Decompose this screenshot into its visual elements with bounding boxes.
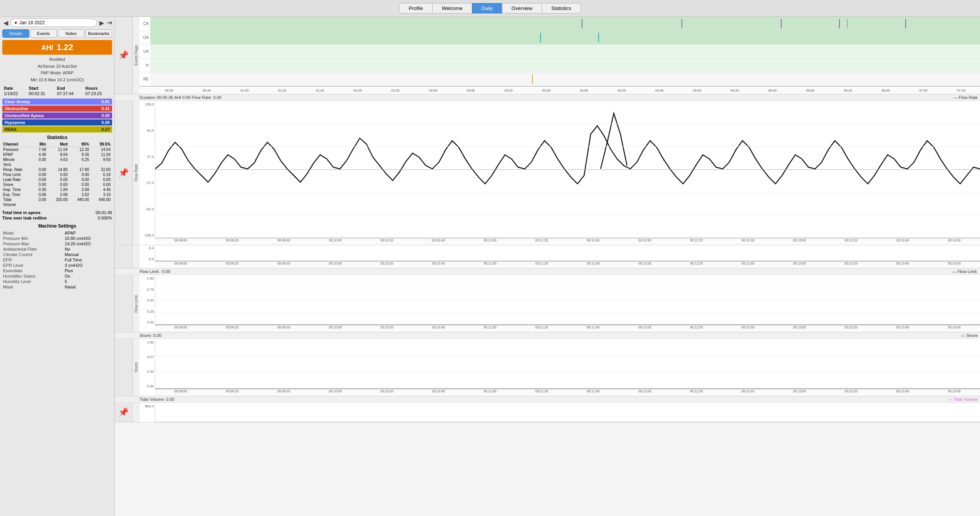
stat-row-minute: Minute 0.00 4.63 6.25 9.50 — [2, 157, 112, 162]
machine-row-antibac: Antibacterial Filter No — [2, 246, 112, 252]
stat-row-flow-limit: Flow Limit. 0.00 0.00 0.00 0.18 — [2, 172, 112, 177]
stat-row-insp: Insp. Time 0.30 1.84 2.68 4.46 — [2, 187, 112, 192]
flow-limit-section: Flow Limit.: 0.00 — Flow Limit. Flow Lim… — [115, 268, 980, 332]
machine-row-essentials: Essentials Plus — [2, 268, 112, 273]
next-date-btn[interactable]: ▶ — [98, 19, 105, 27]
jump-btn[interactable]: ⇥ — [106, 18, 112, 27]
selected-date: Jan 18 2022 — [19, 20, 45, 25]
ef-label-h: H — [139, 63, 150, 67]
snore-plot — [155, 339, 980, 389]
totals-section: Total time in apnea 00:01:49 Time over l… — [2, 210, 112, 220]
flow-limit-side-label: Flow Limit. — [133, 275, 139, 332]
leak-value: 0.000% — [98, 216, 112, 220]
ef-bar-ca — [150, 17, 980, 30]
ef-bar-re — [150, 72, 980, 86]
tab-details[interactable]: Details — [2, 29, 29, 38]
ef-bar-ua — [150, 45, 980, 58]
summary-table: Date Start End Hours 1/19/22 00:02:31 07… — [2, 85, 112, 96]
flow-rate-side-label: Flow Rate — [133, 101, 139, 245]
flow-limit-plot — [155, 275, 980, 325]
mini-chart-section: 0.4 0.0 00:09:00 00:09:20 00:09:40 00:10… — [115, 245, 980, 268]
snore-title: Snore: 0.00 — [139, 333, 161, 338]
machine-row-pmin: Pressure Min 10.80 cmH2O — [2, 236, 112, 241]
event-unclassified: Unclassified Apnea 0.00 — [2, 112, 112, 119]
nav-daily[interactable]: Daily — [472, 3, 502, 13]
flow-rate-legend: — Flow Rate — [953, 95, 978, 100]
tab-notes[interactable]: Notes — [58, 29, 85, 38]
stat-row-resp: Resp. Rate 0.00 14.80 17.80 22.60 — [2, 167, 112, 172]
device-info: ResMed AirSense 10 AutoSet PAP Mode: APA… — [2, 56, 112, 83]
machine-row-humidlevel: Humidity Level 5 — [2, 279, 112, 284]
flow-limit-legend: — Flow Limit. — [952, 269, 978, 274]
event-flags-side-label: Event Flags — [133, 17, 139, 94]
machine-row-mode: Mode APAP — [2, 230, 112, 236]
ahi-value: 1.22 — [57, 42, 73, 52]
left-tabs: Details Events Notes Bookmarks — [2, 29, 112, 38]
stats-header: Statistics — [2, 135, 112, 140]
total-apnea-value: 00:01:49 — [96, 210, 112, 215]
ahi-label: AHI — [41, 44, 53, 52]
stat-row-exp: Exp. Time 0.06 2.06 2.62 3.10 — [2, 192, 112, 197]
event-hypopnea: Hypopnea 0.00 — [2, 119, 112, 126]
tidal-volume-pushpin: 📌 — [118, 407, 129, 417]
machine-row-pmax: Pressure Max 14.20 cmH2O — [2, 241, 112, 246]
stat-row-pressure: Pressure 7.48 11.04 12.30 14.04 — [2, 147, 112, 152]
tab-bookmarks[interactable]: Bookmarks — [85, 29, 112, 38]
event-clear-airway: Clear Airway 0.81 — [2, 99, 112, 105]
pushpin-icon: 📌 — [118, 50, 129, 60]
ef-label-re: RE — [139, 77, 150, 81]
event-flags-section: 📌 Event Flags CA — [115, 17, 980, 94]
flow-rate-title: Duration 00:05:36 AHI 0.00 Flow Rate: 0.… — [139, 95, 222, 100]
machine-row-humidstatus: Humidifier Status On — [2, 273, 112, 279]
event-flags-pushpin-area: 📌 — [115, 17, 133, 94]
stats-table: Channel Min Med 95% 99.5% Pressure 7.48 … — [2, 142, 112, 207]
stat-row-epap: EPAP 4.46 8.04 9.30 11.04 — [2, 152, 112, 157]
ef-label-ua: UA — [139, 49, 150, 54]
prev-date-btn[interactable]: ◀ — [2, 19, 9, 27]
event-obstructive: Obstructive 0.41 — [2, 106, 112, 112]
nav-overview[interactable]: Overview — [502, 3, 542, 13]
nav-profile[interactable]: Profile — [399, 3, 432, 13]
ahi-badge: AHI 1.22 — [2, 40, 112, 55]
machine-settings-table: Mode APAP Pressure Min 10.80 cmH2O Press… — [2, 230, 112, 290]
event-rera: RERA 0.27 — [2, 126, 112, 132]
ef-bar-oa — [150, 31, 980, 44]
nav-statistics[interactable]: Statistics — [542, 3, 581, 13]
ef-label-oa: OA — [139, 35, 150, 40]
snore-side-label: Snore — [133, 339, 139, 396]
machine-row-eprlevel: EPR Level 3 cmH2O — [2, 263, 112, 268]
tidal-volume-plot — [155, 403, 980, 422]
tidal-volume-section: Tidal Volume: 0.00 — Tidal Volume 📌 850.… — [115, 396, 980, 422]
machine-row-mask: Mask Nasal — [2, 284, 112, 290]
tidal-volume-title: Tidal Volume: 0.00 — [139, 397, 175, 402]
flow-rate-section: Duration 00:05:36 AHI 0.00 Flow Rate: 0.… — [115, 94, 980, 245]
leak-label: Time over leak redline — [2, 216, 47, 220]
date-dropdown-arrow: ▼ — [14, 21, 18, 25]
snore-section: Snore: 0.00 — Snore Snore 1.00 0.67 0.33… — [115, 332, 980, 396]
flow-rate-pushpin: 📌 — [118, 168, 129, 178]
tab-events[interactable]: Events — [30, 29, 57, 38]
tidal-volume-legend: — Tidal Volume — [948, 397, 978, 402]
flow-rate-plot — [155, 101, 980, 238]
stat-row-leak: Leak Rate 0.00 0.00 0.00 0.00 — [2, 177, 112, 182]
machine-row-climate: Climate Control Manual — [2, 252, 112, 257]
stat-row-snore: Snore 0.00 0.00 0.00 0.00 — [2, 182, 112, 187]
machine-header: Machine Settings — [2, 223, 112, 229]
ef-label-ca: CA — [139, 22, 150, 26]
flow-limit-title: Flow Limit.: 0.00 — [139, 269, 170, 274]
snore-legend: — Snore — [961, 333, 978, 338]
stat-row-tidal: Tidal 0.00 320.00 440.00 640.00 — [2, 197, 112, 202]
nav-welcome[interactable]: Welcome — [432, 3, 472, 13]
machine-row-epr: EPR Full Time — [2, 257, 112, 263]
stat-row-volume: Volume — [2, 202, 112, 207]
date-navigation: ◀ ▼ Jan 18 2022 ▶ ⇥ — [2, 18, 112, 27]
total-apnea-label: Total time in apnea — [2, 210, 40, 215]
ef-bar-h — [150, 59, 980, 72]
stat-row-vent: Vent. — [2, 162, 112, 167]
